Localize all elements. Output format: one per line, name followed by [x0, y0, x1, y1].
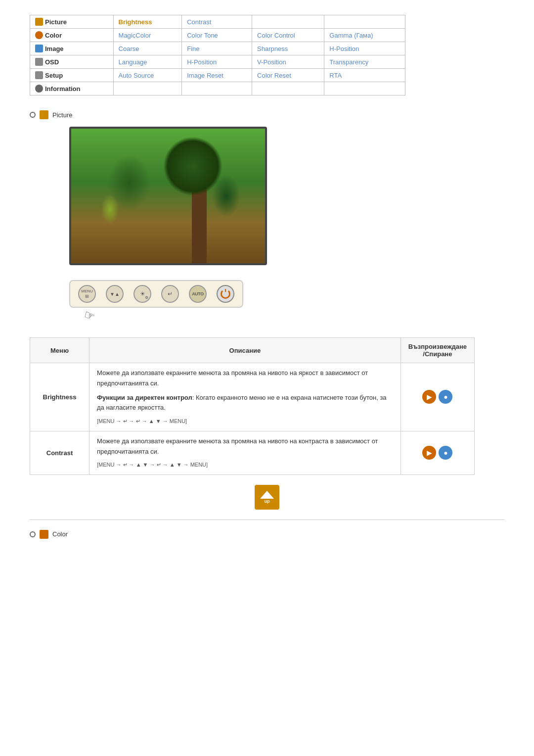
nav-v-position-osd[interactable]: V-Position — [252, 55, 324, 69]
up-arrow-btn[interactable]: up — [255, 485, 279, 510]
brightness-shortcut: [MENU → ↵ → ↵ → ▲ ▼ → MENU] — [97, 417, 393, 426]
nav-image-label: Image — [45, 45, 64, 52]
remote-enter-btn[interactable]: ↵ — [161, 285, 179, 303]
contrast-description: Можете да използвате екранните менюта за… — [97, 436, 393, 470]
nav-color-label: Color — [45, 32, 62, 39]
nav-info-label: Information — [45, 85, 81, 93]
remote-bar: MENU▤ ▼▲ ☀ ⚙ ↵ AUTO — [69, 280, 243, 308]
col-desc: Описание — [89, 338, 401, 363]
brightness-play-btn[interactable]: ▶ — [422, 390, 436, 404]
brightness-desc-cell: Можете да използвате екранните менюта за… — [89, 363, 401, 431]
color-section-header: Color — [30, 530, 504, 539]
color-section-icon — [40, 530, 48, 539]
up-label: up — [265, 499, 270, 504]
brightness-action-btns: ▶ ● — [408, 390, 467, 404]
nav-rta[interactable]: RTA — [324, 69, 405, 82]
nav-h-position-osd[interactable]: H-Position — [182, 55, 252, 69]
remote-nav-btn[interactable]: ▼▲ — [106, 285, 124, 303]
col-action: Възпроизвеждане /Спиране — [400, 338, 474, 363]
brightness-menu-cell: Brightness — [30, 363, 89, 431]
nav-picture[interactable]: Picture — [30, 15, 114, 29]
nav-osd-label: OSD — [45, 58, 59, 66]
color-section-label: Color — [52, 530, 68, 538]
brightness-stop-btn[interactable]: ● — [439, 390, 452, 404]
nav-color-reset[interactable]: Color Reset — [252, 69, 324, 82]
nav-osd[interactable]: OSD — [30, 55, 114, 69]
contrast-play-btn[interactable]: ▶ — [422, 446, 436, 460]
remote-auto-btn[interactable]: AUTO — [189, 285, 207, 303]
osd-icon — [35, 58, 43, 66]
contrast-desc-cell: Можете да използвате екранните менюта за… — [89, 431, 401, 474]
remote-menu-btn[interactable]: MENU▤ — [78, 285, 96, 303]
contrast-action-cell: ▶ ● — [400, 431, 474, 474]
contrast-shortcut: [MENU → ↵ → ▲ ▼ → ↵ → ▲ ▼ → MENU] — [97, 461, 393, 470]
contrast-stop-btn[interactable]: ● — [439, 446, 452, 460]
monitor-screen — [71, 129, 265, 263]
nav-gamma[interactable]: Gamma (Гама) — [324, 29, 405, 42]
contrast-action-btns: ▶ ● — [408, 446, 467, 460]
description-table: Меню Описание Възпроизвеждане /Спиране B… — [30, 337, 475, 475]
nav-magiccolor[interactable]: MagicColor — [113, 29, 182, 42]
picture-radio — [30, 112, 36, 118]
arrow-up-icon — [260, 491, 274, 499]
picture-section-label: Picture — [52, 111, 72, 119]
monitor-container — [69, 127, 504, 265]
nav-transparency[interactable]: Transparency — [324, 55, 405, 69]
nav-table: Picture Brightness Contrast Color MagicC… — [30, 15, 405, 95]
nav-setup[interactable]: Setup — [30, 69, 114, 82]
nav-color[interactable]: Color — [30, 29, 114, 42]
info-icon — [35, 85, 43, 93]
remote-brightness-btn[interactable]: ☀ ⚙ — [134, 285, 151, 303]
remote-power-btn[interactable] — [217, 285, 234, 303]
nav-setup-label: Setup — [45, 72, 63, 79]
brightness-action-cell: ▶ ● — [400, 363, 474, 431]
remote-bar-container: MENU▤ ▼▲ ☀ ⚙ ↵ AUTO ☞ — [69, 280, 504, 308]
picture-icon — [35, 18, 43, 26]
nav-brightness[interactable]: Brightness — [113, 15, 182, 29]
nav-picture-label: Picture — [45, 18, 67, 26]
nav-image[interactable]: Image — [30, 42, 114, 55]
color-radio — [30, 531, 36, 537]
nav-sharpness[interactable]: Sharpness — [252, 42, 324, 55]
nav-image-reset[interactable]: Image Reset — [182, 69, 252, 82]
color-section: Color — [30, 530, 504, 539]
nav-h-position-image[interactable]: H-Position — [324, 42, 405, 55]
tree-canopy — [163, 137, 222, 196]
nav-color-control[interactable]: Color Control — [252, 29, 324, 42]
nav-language[interactable]: Language — [113, 55, 182, 69]
contrast-menu-cell: Contrast — [30, 431, 89, 474]
monitor-frame — [69, 127, 267, 265]
nav-fine[interactable]: Fine — [182, 42, 252, 55]
brightness-bold-text: Функции за директен контрол — [97, 394, 192, 401]
up-arrow-container: up — [30, 485, 504, 510]
nav-color-tone[interactable]: Color Tone — [182, 29, 252, 42]
contrast-desc-main: Можете да използвате екранните менюта за… — [97, 436, 393, 457]
section-divider — [30, 520, 504, 520]
picture-section-icon — [40, 110, 48, 119]
table-row: Contrast Можете да използвате екранните … — [30, 431, 475, 474]
brightness-desc-main: Можете да използвате екранните менюта за… — [97, 368, 393, 389]
brightness-description: Можете да използвате екранните менюта за… — [97, 368, 393, 426]
nav-coarse[interactable]: Coarse — [113, 42, 182, 55]
hand-cursor: ☞ — [82, 307, 97, 324]
picture-section-header: Picture — [30, 110, 504, 119]
table-row: Brightness Можете да използвате екраннит… — [30, 363, 475, 431]
image-icon — [35, 45, 43, 52]
contrast-label: Contrast — [46, 449, 73, 457]
col-menu: Меню — [30, 338, 89, 363]
brightness-desc-bold-line: Функции за директен контрол: Когато екра… — [97, 393, 393, 414]
nav-auto-source[interactable]: Auto Source — [113, 69, 182, 82]
nav-information[interactable]: Information — [30, 82, 114, 95]
setup-icon — [35, 71, 43, 79]
brightness-label: Brightness — [43, 393, 77, 401]
nav-contrast[interactable]: Contrast — [182, 15, 252, 29]
color-icon — [35, 31, 43, 39]
